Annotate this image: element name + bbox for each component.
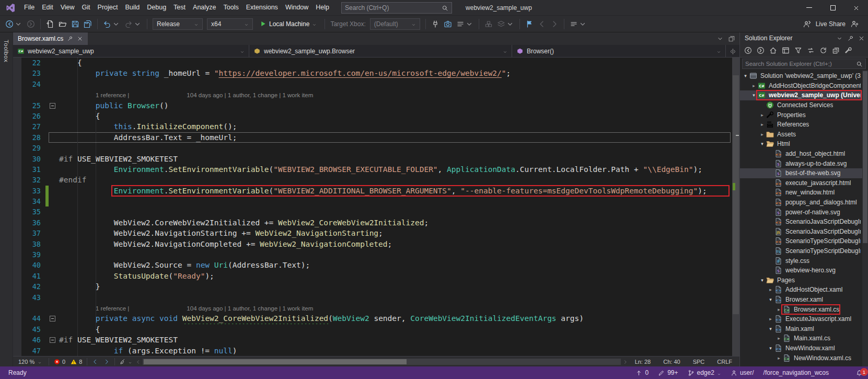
code-editor[interactable]: 22 {23 private string _homeUrl = "https:… <box>13 58 739 356</box>
code-line-26[interactable]: 26 { <box>13 111 732 121</box>
horizontal-scrollbar[interactable] <box>143 359 620 365</box>
breakpoint-margin[interactable] <box>13 271 21 281</box>
tree-item-main-xaml[interactable]: ▾<>Main.xaml <box>740 324 868 334</box>
expand-arrow-icon[interactable]: ▸ <box>776 307 782 312</box>
code-line-37[interactable]: 37 WebView2.NavigationStarting += WebVie… <box>13 228 732 238</box>
tree-item-newwindow-xaml-cs[interactable]: ▸C#NewWindow.xaml.cs <box>740 353 868 363</box>
pending-changes-filter-button[interactable] <box>792 45 804 56</box>
breakpoint-margin[interactable] <box>13 154 21 164</box>
code-line-45[interactable]: 45 { <box>13 324 732 335</box>
code-line-35[interactable]: 35 <box>13 206 732 217</box>
live-share-label[interactable]: Live Share <box>816 20 846 28</box>
collapse-arrow-icon[interactable]: ▾ <box>767 346 774 351</box>
menu-debug[interactable]: Debug <box>143 0 170 15</box>
code-line-43[interactable]: 43 <box>13 292 732 303</box>
tree-item-best-of-the-web-svg[interactable]: Sbest-of-the-web.svg <box>740 168 868 178</box>
add-collaborator-icon[interactable] <box>850 20 859 28</box>
solution-search-box[interactable] <box>740 58 868 70</box>
tree-item-addhostobject-xaml[interactable]: ▸<>AddHostObject.xaml <box>740 285 868 295</box>
menu-help[interactable]: Help <box>312 0 333 15</box>
breakpoint-margin[interactable] <box>13 121 21 132</box>
solution-configurations-dropdown[interactable]: Release <box>153 18 203 30</box>
menu-test[interactable]: Test <box>170 0 189 15</box>
code-line-41[interactable]: 41 StatusUpdate("Ready"); <box>13 271 732 281</box>
status-pending-edits-count[interactable]: 99+ <box>658 369 678 376</box>
codelens-references-link[interactable]: 1 reference | <box>96 92 129 98</box>
tree-item-browser-xaml-cs[interactable]: ▸C#Browser.xaml.cs <box>740 304 868 314</box>
fold-collapse-button[interactable] <box>50 103 55 109</box>
code-line-39[interactable]: 39 <box>13 249 732 260</box>
tree-vertical-scrollbar[interactable] <box>862 70 868 366</box>
document-list-dropdown-icon[interactable] <box>716 35 724 42</box>
code-line-33[interactable]: 33 Environment.SetEnvironmentVariable("W… <box>13 186 732 196</box>
menu-view[interactable]: View <box>57 0 78 15</box>
status-branch-user[interactable]: user/ <box>731 369 754 376</box>
save-button[interactable] <box>70 18 81 30</box>
collapse-arrow-icon[interactable]: ▾ <box>767 326 774 331</box>
collapse-arrow-icon[interactable]: ▾ <box>759 278 766 283</box>
expand-arrow-icon[interactable]: ▸ <box>776 355 782 361</box>
new-file-button[interactable] <box>44 18 56 30</box>
screenshot-button[interactable] <box>442 18 454 30</box>
redo-button[interactable] <box>123 18 143 30</box>
back-button[interactable] <box>742 45 754 56</box>
menu-project[interactable]: Project <box>94 0 122 15</box>
error-list-button[interactable] <box>455 18 475 30</box>
status-branch-path[interactable]: /force_navigation_wcos <box>763 369 829 376</box>
scroll-left-arrow[interactable] <box>136 359 141 364</box>
tree-item-execute-javascript-html[interactable]: <>execute_javascript.html <box>740 178 868 188</box>
fold-collapse-button[interactable] <box>50 316 55 321</box>
collapse-arrow-icon[interactable]: ▾ <box>759 141 766 146</box>
tree-item-newwindow-xaml[interactable]: ▾<>NewWindow.xaml <box>740 343 868 353</box>
previous-bookmark-button[interactable] <box>536 18 548 30</box>
breakpoint-margin[interactable] <box>13 186 21 196</box>
collapse-arrow-icon[interactable]: ▾ <box>767 297 774 302</box>
tree-item-properties[interactable]: ▸Properties <box>740 110 868 120</box>
properties-button[interactable] <box>842 45 854 56</box>
deploy-button[interactable] <box>495 18 516 30</box>
close-panel-icon[interactable] <box>858 35 865 42</box>
panel-header[interactable]: Solution Explorer <box>740 32 868 44</box>
live-share-icon[interactable] <box>803 20 811 28</box>
breakpoint-margin[interactable] <box>13 132 21 143</box>
auto-hide-pin-icon[interactable] <box>847 35 854 42</box>
breakpoint-margin[interactable] <box>13 111 21 121</box>
solution-platforms-dropdown[interactable]: x64 <box>207 18 253 30</box>
status-push-count[interactable]: 0 <box>635 369 649 376</box>
expand-arrow-icon[interactable]: ▸ <box>759 132 766 137</box>
spaces-indicator[interactable]: SPC <box>693 359 705 365</box>
tree-item-references[interactable]: ▸References <box>740 120 868 130</box>
toolbar-options-button[interactable] <box>568 18 588 30</box>
codelens-row[interactable]: 1 reference |104 days ago | 1 author, 1 … <box>13 89 732 100</box>
zoom-control[interactable]: 120 % <box>14 359 47 365</box>
target-xbox-dropdown[interactable]: (Default) <box>370 18 420 30</box>
home-button[interactable] <box>767 45 779 56</box>
split-window-button[interactable] <box>726 45 739 57</box>
breakpoint-margin[interactable] <box>13 335 21 345</box>
code-line-46[interactable]: 46#if USE_WEBVIEW2_SMOKETEST <box>13 335 732 345</box>
close-button[interactable] <box>844 0 868 15</box>
expand-arrow-icon[interactable]: ▸ <box>767 287 774 292</box>
breakpoint-margin[interactable] <box>13 249 21 260</box>
navigate-forward-arrow[interactable] <box>101 359 112 365</box>
navigate-backward-button[interactable] <box>4 18 24 30</box>
start-debugging-button[interactable]: Local Machine <box>256 18 320 30</box>
breakpoint-margin[interactable] <box>13 175 21 185</box>
collapse-arrow-icon[interactable]: ▾ <box>742 73 749 78</box>
quick-search-box[interactable] <box>341 2 452 14</box>
close-tab-icon[interactable] <box>77 36 83 42</box>
code-line-28[interactable]: 28 AddressBar.Text = _homeUrl; <box>13 132 732 143</box>
breakpoint-margin[interactable] <box>13 228 21 238</box>
code-line-23[interactable]: 23 private string _homeUrl = "https://de… <box>13 68 732 78</box>
code-line-38[interactable]: 38 WebView2.NavigationCompleted += WebVi… <box>13 239 732 249</box>
breakpoint-margin[interactable] <box>13 79 21 89</box>
expand-arrow-icon[interactable]: ▸ <box>759 112 766 118</box>
tree-item-connected-services[interactable]: Connected Services <box>740 100 868 110</box>
tree-item-solution-webview2-sample-uwp-3-of-3-proj[interactable]: ▾Solution 'webview2_sample_uwp' (3 of 3 … <box>740 71 868 81</box>
code-line-44[interactable]: 44 private async void WebView2_CoreWebVi… <box>13 313 732 324</box>
tree-item-html[interactable]: ▾Html <box>740 139 868 149</box>
code-line-34[interactable]: 34 <box>13 196 732 206</box>
refresh-button[interactable] <box>817 45 829 56</box>
navigate-back-arrow[interactable] <box>89 359 101 365</box>
tree-item-pages[interactable]: ▾Pages <box>740 275 868 285</box>
